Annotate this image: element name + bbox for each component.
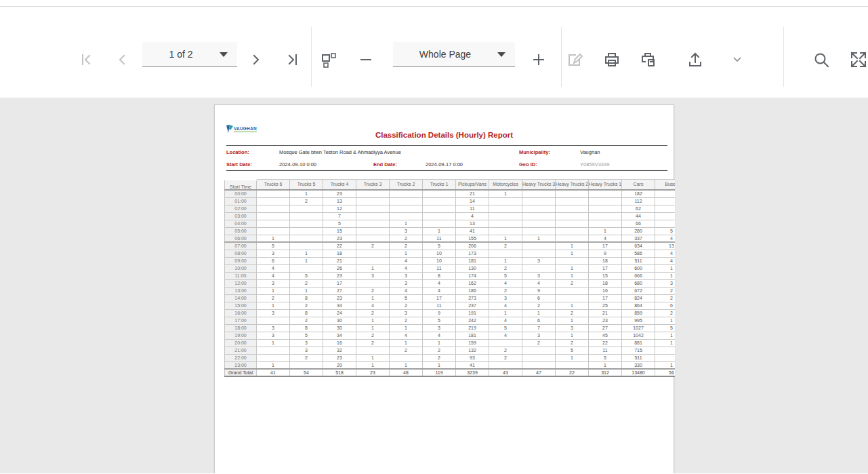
page-number-select[interactable]: 1 of 2 <box>142 42 237 67</box>
value-cell: 159 <box>456 339 489 347</box>
table-row: 19:0035342441814314510421 <box>225 332 676 339</box>
value-cell: 14 <box>456 197 489 205</box>
print-button[interactable] <box>598 46 625 73</box>
start-time-cell: 12:00 <box>225 279 257 287</box>
value-cell: 1 <box>655 317 676 324</box>
value-cell <box>589 197 622 205</box>
value-cell: 2 <box>290 279 323 287</box>
toolbar-divider <box>311 27 312 87</box>
value-cell: 2 <box>522 302 556 309</box>
value-cell: 1 <box>589 227 622 235</box>
value-cell <box>556 227 589 235</box>
fullscreen-button[interactable] <box>845 46 868 73</box>
value-cell: 173 <box>456 250 489 257</box>
start-time-cell: 18:00 <box>225 324 257 332</box>
value-cell: 6 <box>522 294 556 302</box>
start-time-cell: 21:00 <box>225 347 257 354</box>
value-cell: 8 <box>290 309 323 317</box>
value-cell: 32 <box>323 347 356 354</box>
value-cell: 16 <box>323 339 356 347</box>
value-cell: 9 <box>589 250 622 257</box>
table-row: 16:003824239191112218592 <box>225 309 676 317</box>
print-current-view-button[interactable] <box>635 46 662 73</box>
value-cell: 4 <box>456 212 489 220</box>
value-cell <box>556 205 589 212</box>
next-page-button[interactable] <box>243 46 270 73</box>
zoom-level-value: Whole Page <box>393 49 497 60</box>
report-info-block: Location: Mosque Gate btwn Teston Road &… <box>226 145 667 171</box>
previous-page-button[interactable] <box>108 46 136 73</box>
export-options-button[interactable] <box>726 46 748 73</box>
search-button[interactable] <box>808 46 835 73</box>
value-cell <box>290 227 323 235</box>
value-cell <box>290 361 323 369</box>
table-row: 22:002231293215511 <box>225 354 676 361</box>
value-cell <box>423 205 456 212</box>
value-cell <box>655 212 676 220</box>
value-cell: 4 <box>589 235 622 242</box>
table-row: Grand Total41545182348119323943472231213… <box>225 369 676 376</box>
value-cell: 12 <box>323 205 356 212</box>
value-cell: 16 <box>589 287 622 294</box>
zoom-level-select[interactable]: Whole Page <box>393 42 515 67</box>
value-cell: 4 <box>655 235 676 242</box>
table-row: 10:00426141113021176001 <box>225 264 676 272</box>
value-cell: 4 <box>257 264 290 272</box>
value-cell: 3 <box>522 332 556 339</box>
value-cell: 4 <box>423 332 456 339</box>
value-cell <box>556 257 589 264</box>
value-cell: 2 <box>556 339 589 347</box>
export-button[interactable] <box>682 46 709 73</box>
value-cell: 2 <box>390 302 423 309</box>
zoom-in-button[interactable] <box>525 46 552 73</box>
column-header: Buses <box>655 179 676 190</box>
page-thumbnails-button[interactable] <box>315 46 342 73</box>
table-row: 09:00612141018113185114 <box>225 257 676 264</box>
value-cell: 3 <box>356 272 390 279</box>
value-cell: 23 <box>323 294 356 302</box>
value-cell: 6 <box>522 317 556 324</box>
value-cell: 5 <box>257 242 290 250</box>
first-page-button[interactable] <box>73 46 100 73</box>
value-cell <box>423 220 456 227</box>
value-cell: 3 <box>522 257 556 264</box>
value-cell: 3 <box>257 332 290 339</box>
value-cell: 2 <box>655 287 676 294</box>
zoom-out-button[interactable] <box>352 46 379 73</box>
value-cell: 17 <box>589 264 622 272</box>
value-cell: 26 <box>323 264 356 272</box>
value-cell <box>522 205 556 212</box>
value-cell <box>522 227 556 235</box>
value-cell: 1 <box>655 264 676 272</box>
value-cell <box>489 361 522 369</box>
value-cell <box>257 205 290 212</box>
value-cell: 3 <box>489 294 522 302</box>
start-date-value: 2024-09-10 0:00 <box>279 161 316 167</box>
printer-icon <box>603 51 621 68</box>
value-cell: 511 <box>622 257 655 264</box>
table-row: 04:00511366 <box>225 220 676 227</box>
first-page-icon <box>78 52 94 68</box>
document-viewer[interactable]: VAUGHAN Classification Details (Hourly) … <box>0 98 868 473</box>
value-cell: 181 <box>456 332 489 339</box>
value-cell: 2 <box>556 309 589 317</box>
value-cell <box>489 205 522 212</box>
last-page-button[interactable] <box>279 46 306 73</box>
value-cell: 1 <box>257 235 290 242</box>
chevron-right-icon <box>248 52 264 68</box>
table-header-row: Start TimeTrucks 6Trucks 5Trucks 4Trucks… <box>225 179 676 190</box>
value-cell <box>356 347 390 354</box>
start-time-cell: 14:00 <box>225 294 257 302</box>
table-row: 15:0012344211237421258646 <box>225 302 676 309</box>
value-cell: 3 <box>390 309 423 317</box>
value-cell: 3 <box>257 309 290 317</box>
start-time-cell: 07:00 <box>225 242 257 250</box>
value-cell <box>556 220 589 227</box>
value-cell <box>589 190 622 197</box>
value-cell: 1 <box>655 332 676 339</box>
value-cell: 3 <box>390 272 423 279</box>
value-cell: 9 <box>423 309 456 317</box>
value-cell: 11 <box>423 302 456 309</box>
value-cell <box>556 212 589 220</box>
edit-annotations-button[interactable] <box>561 46 588 73</box>
